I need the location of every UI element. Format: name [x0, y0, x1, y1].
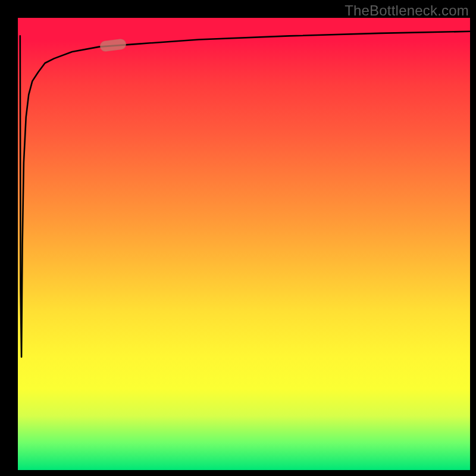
bottleneck-curve: [20, 32, 470, 357]
watermark-text: TheBottleneck.com: [345, 2, 469, 19]
curve-layer: [18, 18, 470, 470]
chart-frame: TheBottleneck.com: [0, 0, 476, 476]
